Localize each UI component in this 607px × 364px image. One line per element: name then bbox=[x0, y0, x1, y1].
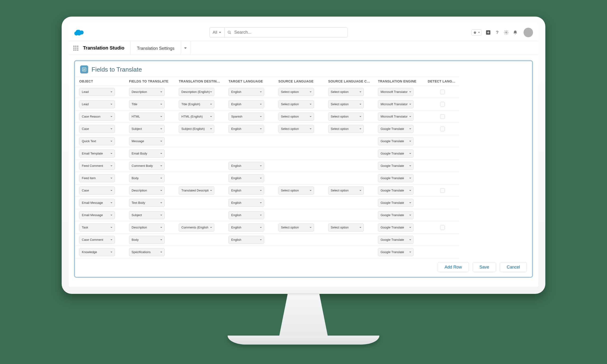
search-box[interactable] bbox=[224, 27, 348, 38]
destination-select[interactable]: Description (English) bbox=[179, 88, 214, 96]
source-language-select[interactable]: Select option bbox=[278, 125, 314, 133]
target-language-select[interactable]: English bbox=[229, 211, 264, 219]
object-select[interactable]: Case bbox=[79, 186, 115, 195]
object-select[interactable]: Knowledge bbox=[79, 248, 115, 256]
field-select[interactable]: Title bbox=[129, 100, 165, 108]
setup-button[interactable] bbox=[504, 30, 509, 35]
detect-language-checkbox[interactable] bbox=[440, 188, 445, 193]
translation-engine-select[interactable]: Microsoft Translator bbox=[378, 100, 413, 108]
source-language-select[interactable]: Select option bbox=[278, 100, 314, 108]
favorites-menu[interactable] bbox=[471, 29, 482, 36]
field-select[interactable]: Body bbox=[129, 236, 165, 244]
save-button[interactable]: Save bbox=[473, 262, 496, 272]
destination-select[interactable]: Subject (English) bbox=[179, 125, 214, 133]
source-language-select[interactable]: Select option bbox=[278, 223, 314, 232]
translation-engine-select[interactable]: Google Translate bbox=[378, 125, 413, 133]
source-language-select[interactable]: Select option bbox=[278, 113, 314, 121]
object-select[interactable]: Email Message bbox=[79, 199, 115, 207]
destination-select[interactable]: Translated Descripti bbox=[179, 186, 214, 195]
object-select[interactable]: Email Message bbox=[79, 211, 115, 219]
object-select[interactable]: Task bbox=[79, 223, 115, 232]
object-select[interactable]: Case bbox=[79, 125, 115, 133]
target-language-select[interactable]: English bbox=[229, 199, 264, 207]
select-label: Email Message bbox=[82, 213, 103, 217]
object-cell: Lead bbox=[75, 86, 125, 98]
waffle-icon bbox=[73, 45, 79, 51]
cancel-button[interactable]: Cancel bbox=[500, 262, 527, 272]
target-language-select[interactable]: Spanish bbox=[229, 113, 264, 121]
field-select[interactable]: Comment Body bbox=[129, 162, 165, 170]
source-language-custom-select[interactable]: Select option bbox=[328, 113, 364, 121]
target-language-select[interactable]: English bbox=[229, 162, 264, 170]
field-select[interactable]: Specifications bbox=[129, 248, 165, 256]
avatar[interactable] bbox=[524, 28, 533, 37]
field-select[interactable]: Text Body bbox=[129, 199, 165, 207]
add-button[interactable] bbox=[486, 30, 491, 35]
field-cell: Body bbox=[125, 172, 174, 184]
translation-engine-select[interactable]: Google Translate bbox=[378, 174, 413, 182]
search-input[interactable] bbox=[234, 30, 344, 35]
select-label: Google Translate bbox=[381, 139, 404, 143]
source-language-custom-select[interactable]: Select option bbox=[328, 223, 364, 232]
detect-language-checkbox[interactable] bbox=[440, 114, 445, 119]
select-label: English bbox=[231, 90, 241, 94]
translation-engine-select[interactable]: Google Translate bbox=[378, 211, 413, 219]
tab-translation-settings[interactable]: Translation Settings bbox=[131, 41, 181, 55]
target-language-select[interactable]: English bbox=[229, 186, 264, 195]
object-select[interactable]: Quick Text bbox=[79, 137, 115, 145]
target-language-select[interactable]: English bbox=[229, 88, 264, 96]
field-select[interactable]: Email Body bbox=[129, 150, 165, 157]
object-select[interactable]: Feed Item bbox=[79, 174, 115, 182]
translation-engine-select[interactable]: Microsoft Translator bbox=[378, 113, 413, 121]
translation-engine-select[interactable]: Google Translate bbox=[378, 223, 413, 232]
destination-select[interactable]: HTML (English) bbox=[179, 113, 214, 121]
salesforce-cloud-icon[interactable] bbox=[74, 28, 86, 37]
source-language-custom-select[interactable]: Select option bbox=[328, 125, 364, 133]
translation-engine-select[interactable]: Google Translate bbox=[378, 162, 413, 170]
source-language-custom-select[interactable]: Select option bbox=[328, 100, 364, 108]
field-select[interactable]: Message bbox=[129, 137, 165, 145]
field-select[interactable]: Description bbox=[129, 88, 165, 96]
app-launcher-button[interactable] bbox=[69, 41, 83, 55]
translation-engine-select[interactable]: Google Translate bbox=[378, 150, 413, 157]
notifications-button[interactable] bbox=[513, 30, 518, 35]
source-language-select[interactable]: Select option bbox=[278, 88, 314, 96]
detect-language-checkbox[interactable] bbox=[440, 90, 445, 94]
object-select[interactable]: Lead bbox=[79, 100, 115, 108]
object-select[interactable]: Feed Comment bbox=[79, 162, 115, 170]
help-button[interactable]: ? bbox=[495, 30, 500, 35]
tab-more-button[interactable] bbox=[181, 41, 190, 55]
detect-language-checkbox[interactable] bbox=[440, 102, 445, 107]
add-row-button[interactable]: Add Row bbox=[438, 262, 469, 272]
field-select[interactable]: HTML bbox=[129, 113, 165, 121]
object-select[interactable]: Case Reason bbox=[79, 113, 115, 121]
object-select[interactable]: Email Template bbox=[79, 150, 115, 157]
translation-engine-select[interactable]: Google Translate bbox=[378, 248, 413, 256]
translation-engine-select[interactable]: Google Translate bbox=[378, 186, 413, 195]
target-language-select[interactable]: English bbox=[229, 125, 264, 133]
translation-engine-select[interactable]: Google Translate bbox=[378, 199, 413, 207]
target-language-select[interactable]: English bbox=[229, 100, 264, 108]
source-language-custom-select[interactable]: Select option bbox=[328, 88, 364, 96]
object-select[interactable]: Case Comment bbox=[79, 236, 115, 244]
field-select[interactable]: Body bbox=[129, 174, 165, 182]
detect-language-checkbox[interactable] bbox=[440, 127, 445, 131]
destination-select[interactable]: Title (English) bbox=[179, 100, 214, 108]
destination-select[interactable]: Comments (English bbox=[179, 223, 214, 232]
source-language-custom-select[interactable]: Select option bbox=[328, 186, 364, 195]
target-language-select[interactable]: English bbox=[229, 223, 264, 232]
search-scope-select[interactable]: All bbox=[210, 27, 224, 38]
source-language-select[interactable]: Select option bbox=[278, 186, 314, 195]
translation-engine-select[interactable]: Google Translate bbox=[378, 236, 413, 244]
target-language-select[interactable]: English bbox=[229, 174, 264, 182]
detect-language-checkbox[interactable] bbox=[440, 225, 445, 230]
translation-engine-select[interactable]: Google Translate bbox=[378, 137, 413, 145]
translation-engine-select[interactable]: Microsoft Translator bbox=[378, 88, 413, 96]
field-select[interactable]: Subject bbox=[129, 125, 165, 133]
field-select[interactable]: Description bbox=[129, 186, 165, 195]
field-select[interactable]: Subject bbox=[129, 211, 165, 219]
target-language-select[interactable]: English bbox=[229, 236, 264, 244]
field-select[interactable]: Description bbox=[129, 223, 165, 232]
object-select[interactable]: Lead bbox=[79, 88, 115, 96]
destination-cell bbox=[174, 172, 224, 184]
